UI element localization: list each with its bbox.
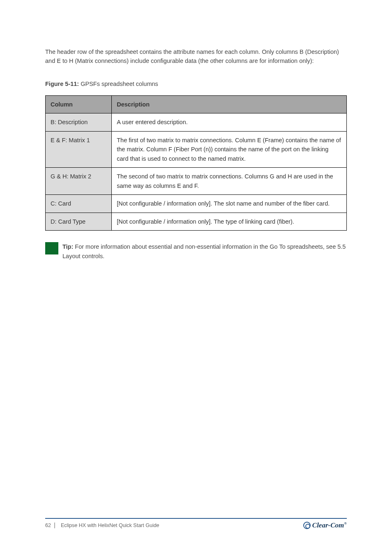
intro-paragraph: The header row of the spreadsheet contai… xyxy=(45,47,347,66)
cell-desc: The second of two matrix to matrix conne… xyxy=(112,168,347,195)
tip-label: Tip: xyxy=(62,243,73,250)
table-row: D: Card Type [Not configurable / informa… xyxy=(46,213,347,230)
figure-caption: Figure 5-11: GPSFs spreadsheet columns xyxy=(45,81,347,87)
table-row: C: Card [Not configurable / information … xyxy=(46,195,347,213)
tip-body: For more information about essential and… xyxy=(62,243,346,259)
page-number: 62 xyxy=(45,523,55,528)
cell-desc: [Not configurable / information only]. T… xyxy=(112,195,347,213)
table-row: E & F: Matrix 1 The first of two matrix … xyxy=(46,131,347,167)
tip-icon xyxy=(45,242,58,254)
cell-desc: The first of two matrix to matrix connec… xyxy=(112,131,347,167)
gpsf-columns-table: Column Description B: Description A user… xyxy=(45,95,347,231)
caption-label: Figure 5-11: xyxy=(45,81,79,87)
cell-key: D: Card Type xyxy=(46,213,112,230)
header-description: Description xyxy=(112,95,347,113)
table-header-row: Column Description xyxy=(46,95,347,113)
footer-divider xyxy=(45,518,347,519)
logo-text: Clear-Com® xyxy=(312,521,347,530)
cell-key: B: Description xyxy=(46,113,112,131)
table-row: G & H: Matrix 2 The second of two matrix… xyxy=(46,168,347,195)
page-footer: 62 Eclipse HX with HelixNet Quick Start … xyxy=(45,518,347,530)
footer-title: Eclipse HX with HelixNet Quick Start Gui… xyxy=(61,523,159,528)
cell-key: E & F: Matrix 1 xyxy=(46,131,112,167)
cell-key: C: Card xyxy=(46,195,112,213)
tip-paragraph: Tip: For more information about essentia… xyxy=(62,242,347,261)
table-row: B: Description A user entered descriptio… xyxy=(46,113,347,131)
logo-icon xyxy=(303,522,311,529)
figure-image-placeholder xyxy=(45,71,347,81)
caption-text: GPSFs spreadsheet columns xyxy=(79,81,158,87)
tip-callout: Tip: For more information about essentia… xyxy=(45,242,347,261)
cell-key: G & H: Matrix 2 xyxy=(46,168,112,195)
clearcom-logo: Clear-Com® xyxy=(303,521,347,530)
cell-desc: A user entered description. xyxy=(112,113,347,131)
cell-desc: [Not configurable / information only]. T… xyxy=(112,213,347,230)
header-column: Column xyxy=(46,95,112,113)
